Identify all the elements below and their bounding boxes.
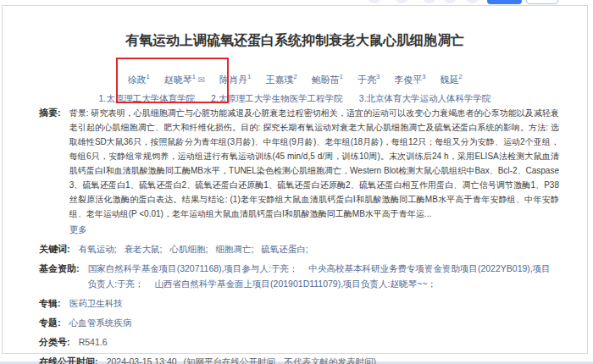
keyword-link[interactable]: 细胞凋亡; <box>215 244 253 254</box>
online-time-row: 在线公开时间: 2024-03-15 13:40 (知网平台在线公开时间，不代表… <box>39 354 559 364</box>
abstract-text: 背景: 研究表明，心肌细胞凋亡与心脏功能减退及心脏衰老过程密切相关，适宜的运动可… <box>69 106 559 237</box>
metadata-rows: 摘要: 背景: 研究表明，心肌细胞凋亡与心脏功能减退及心脏衰老过程密切相关，适宜… <box>39 106 559 364</box>
toolbar-icon-placeholder[interactable] <box>466 0 479 3</box>
affiliation-link[interactable]: 2.太原理工大学生物医学工程学院 <box>211 93 343 103</box>
affiliation-link[interactable]: 3.北京体育大学运动人体科学学院 <box>359 93 491 103</box>
topic-value-link[interactable]: 心血管系统疾病 <box>69 317 132 328</box>
author-affiliation-superscript: 3 <box>422 73 425 80</box>
author-link[interactable]: 鲍盼苗1 <box>312 74 343 85</box>
authors-row: 徐政1 赵晓琴1✉ 陈肖丹1 王嘉璞2 鲍盼苗1 于亮3 李俊平3 魏延2 <box>3 71 587 86</box>
topic-row: 专题: 心血管系统疾病 <box>39 315 559 330</box>
author-link[interactable]: 王嘉璞2 <box>265 74 296 85</box>
keyword-link[interactable]: 硫氧还蛋白; <box>261 244 308 254</box>
funding-project-link[interactable]: 山西省自然科学基金面上项目(201901D111079),项目负责人:赵晓琴~~… <box>155 279 436 289</box>
paper-detail-card: 有氧运动上调硫氧还蛋白系统抑制衰老大鼠心肌细胞凋亡 徐政1 赵晓琴1✉ 陈肖丹1… <box>2 5 588 354</box>
clc-row: 分类号: R541.6 <box>39 334 559 350</box>
clc-label: 分类号: <box>39 334 70 350</box>
funding-row: 基金资助: 国家自然科学基金项目(32071168),项目参与人:于亮；中央高校… <box>39 261 559 291</box>
author-link[interactable]: 于亮3 <box>357 74 380 85</box>
toolbar-icon-placeholder[interactable] <box>395 0 408 3</box>
abstract-row: 摘要: 背景: 研究表明，心肌细胞凋亡与心脏功能减退及心脏衰老过程密切相关，适宜… <box>39 106 559 237</box>
album-value-link[interactable]: 医药卫生科技 <box>69 298 123 308</box>
clc-value: R541.6 <box>79 337 108 347</box>
online-time-note: (知网平台在线公开时间，不代表文献的发表时间) <box>184 356 377 364</box>
keywords-row: 关键词: 有氧运动;衰老大鼠;心肌细胞;细胞凋亡;硫氧还蛋白; <box>39 241 559 256</box>
funding-project-link[interactable]: 国家自然科学基金项目(32071168),项目参与人:于亮； <box>88 263 298 273</box>
online-time-value: 2024-03-15 13:40 <box>107 356 177 364</box>
author-affiliation-superscript: 2 <box>293 73 296 80</box>
toolbar-secondary-button[interactable] <box>526 0 558 4</box>
keyword-link[interactable]: 衰老大鼠; <box>125 244 163 254</box>
annotation-box-authors <box>116 58 229 103</box>
funding-label: 基金资助: <box>39 261 80 276</box>
author-link[interactable]: 魏延2 <box>440 74 462 85</box>
abstract-label: 摘要: <box>39 106 61 120</box>
author-affiliation-superscript: 2 <box>458 73 462 80</box>
keywords-list: 有氧运动;衰老大鼠;心肌细胞;细胞凋亡;硫氧还蛋白; <box>79 241 559 256</box>
author-affiliation-superscript: 1 <box>340 73 343 80</box>
top-toolbar <box>0 0 593 5</box>
author-link[interactable]: 李俊平3 <box>394 74 425 85</box>
author-affiliation-superscript: 3 <box>376 73 380 80</box>
keyword-link[interactable]: 心肌细胞; <box>170 244 208 254</box>
toolbar-icon-placeholder[interactable] <box>423 0 436 3</box>
toolbar-icon-placeholder[interactable] <box>443 0 457 3</box>
topic-label: 专题: <box>39 315 61 330</box>
funding-list: 国家自然科学基金项目(32071168),项目参与人:于亮；中央高校基本科研业务… <box>88 261 559 291</box>
album-label: 专辑: <box>39 295 61 311</box>
toolbar-primary-button[interactable] <box>487 0 522 4</box>
author-affiliation-superscript: 1 <box>247 73 251 80</box>
affiliations-row: 1.太原理工大学体育学院 2.太原理工大学生物医学工程学院 3.北京体育大学运动… <box>3 93 587 104</box>
album-row: 专辑: 医药卫生科技 <box>39 295 559 311</box>
keyword-link[interactable]: 有氧运动; <box>79 244 117 254</box>
toolbar-icon-placeholder[interactable] <box>368 0 381 3</box>
abstract-more-link[interactable]: 更多 <box>69 223 87 235</box>
page-title: 有氧运动上调硫氧还蛋白系统抑制衰老大鼠心肌细胞凋亡 <box>3 6 587 48</box>
online-time-label: 在线公开时间: <box>39 354 98 364</box>
keywords-label: 关键词: <box>39 241 70 256</box>
